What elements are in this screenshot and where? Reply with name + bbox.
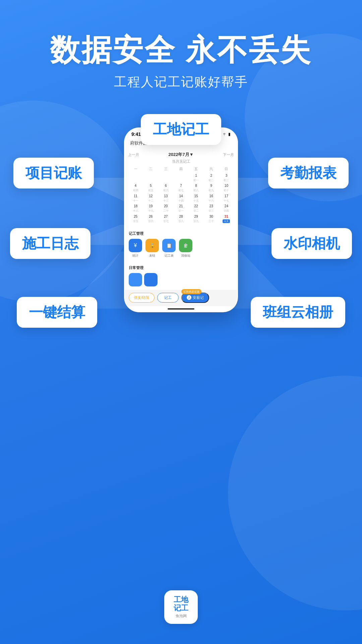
calendar[interactable]: 上一月 2022年7月▼ 下一月 当月无记工 一 二 三 四 五 六 日 1初一…: [125, 149, 237, 226]
feature-badge-project[interactable]: 项目记账: [13, 158, 94, 189]
record-button[interactable]: 记工: [157, 293, 179, 303]
feature-badge-camera[interactable]: 水印相机: [272, 228, 352, 259]
bottom-logo: 工地记工 鱼泡网: [164, 590, 198, 624]
calendar-weekdays: 一 二 三 四 五 六 日: [128, 166, 234, 172]
mgmt-item-recycle[interactable]: 🗑 回收站: [179, 239, 192, 258]
phone-mockup: 9:41 ▋▋ ᯤ ▮ 府软件园G区 上一月 2022年7月▼ 下一月 当月无记…: [124, 127, 238, 312]
bottom-buttons: 借支/结算 记工 记得就是证据 人 安薪记: [129, 292, 233, 303]
feature-badge-settle[interactable]: 一键结算: [17, 297, 97, 328]
status-time: 9:41: [131, 131, 141, 137]
daily-icons-row: [129, 273, 233, 286]
main-title: 数据安全 永不丢失: [20, 34, 342, 67]
mgmt-item-unsettled[interactable]: 🔒 未结: [145, 239, 159, 258]
salary-button-wrap: 记得就是证据 人 安薪记: [181, 292, 209, 303]
stats-icon: ¥: [129, 239, 142, 252]
daily-icon-2: [144, 273, 158, 286]
features-area: 工地记工 项目记账 施工日志 一键结算 考勤报表 水印相机 班组云相册 9:41…: [0, 107, 362, 443]
sub-title: 工程人记工记账好帮手: [20, 73, 342, 91]
mgmt-item-table[interactable]: 📋 记工表: [162, 239, 176, 258]
calendar-nav: 上一月 2022年7月▼ 下一月: [128, 152, 234, 158]
mgmt-section-work: 记工管理 ¥ 统计 🔒 未结: [125, 228, 237, 261]
mgmt-item-stats[interactable]: ¥ 统计: [129, 239, 142, 258]
unsettled-icon: 🔒: [145, 239, 159, 252]
table-icon: 📋: [162, 239, 176, 252]
header: 数据安全 永不丢失 工程人记工记账好帮手: [0, 0, 362, 104]
feature-badge-diary[interactable]: 施工日志: [10, 228, 90, 259]
mgmt-section-daily: 日常管理: [125, 263, 237, 290]
phone-bottom-bar: 借支/结算 记工 记得就是证据 人 安薪记: [125, 290, 237, 306]
logo-box: 工地记工 鱼泡网: [164, 590, 198, 624]
phone-frame: 9:41 ▋▋ ᯤ ▮ 府软件园G区 上一月 2022年7月▼ 下一月 当月无记…: [124, 127, 238, 312]
daily-icon-1: [129, 273, 142, 286]
calendar-no-record: 当月无记工: [128, 159, 234, 164]
borrow-settle-button[interactable]: 借支/结算: [129, 293, 155, 303]
home-bar: [168, 308, 194, 310]
calendar-days: 1初一2初二3初三4初四5初五6初六7初七8初八9初九10初十11十一12十二1…: [128, 173, 234, 224]
feature-badge-center[interactable]: 工地记工: [141, 114, 221, 145]
home-indicator: [125, 306, 237, 312]
feature-badge-album[interactable]: 班组云相册: [251, 297, 345, 328]
feature-badge-attendance[interactable]: 考勤报表: [268, 158, 349, 189]
salary-badge: 记得就是证据: [181, 289, 201, 294]
recycle-icon: 🗑: [179, 239, 192, 252]
mgmt-icons-work: ¥ 统计 🔒 未结 📋 记工表: [129, 239, 233, 258]
